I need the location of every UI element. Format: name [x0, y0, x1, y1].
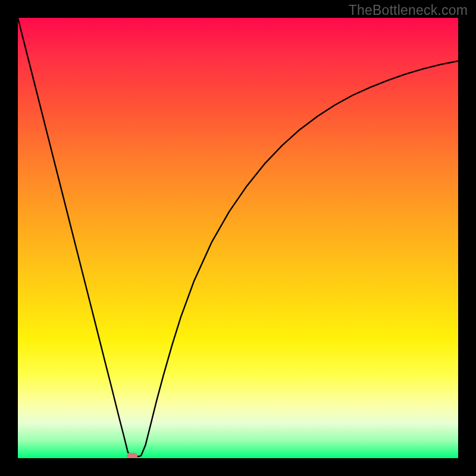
curve-svg	[18, 18, 458, 458]
watermark-text: TheBottleneck.com	[349, 2, 468, 18]
plot-area	[18, 18, 458, 458]
bottleneck-curve	[18, 18, 458, 456]
chart-frame: TheBottleneck.com	[0, 0, 476, 476]
optimal-point-marker	[127, 453, 137, 458]
